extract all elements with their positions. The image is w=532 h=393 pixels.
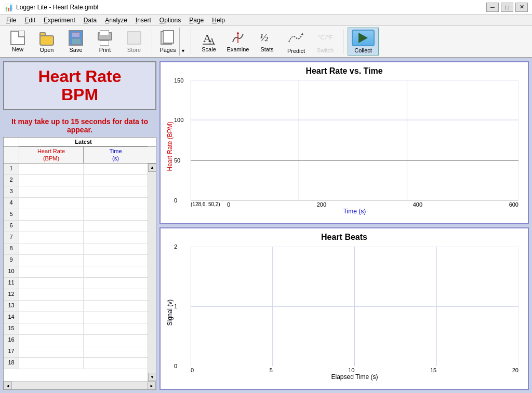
table-row: 8 — [4, 243, 148, 255]
pages-icon — [159, 30, 176, 46]
heart-rate-line1: Heart Rate — [38, 67, 121, 86]
table-row: 5 — [4, 209, 148, 221]
pages-button[interactable]: Pages — [156, 28, 179, 56]
toolbar-separator-2 — [191, 29, 191, 54]
menu-data[interactable]: Data — [79, 16, 101, 25]
heart-rate-title: Heart Rate BPM — [9, 67, 150, 104]
menu-analyze[interactable]: Analyze — [101, 16, 131, 25]
table-row: 7 — [4, 232, 148, 243]
chart1-bottom: (128,6, 50,2) 0 200 400 600 — [191, 201, 518, 208]
chart2-y-axis-label: Signal (v) — [165, 244, 175, 381]
app-icon: 📊 — [4, 3, 13, 11]
menu-experiment[interactable]: Experiment — [39, 16, 79, 25]
table-col-time-header: Time(s) — [84, 147, 148, 162]
chart1-x-axis-title: Time (s) — [191, 208, 518, 215]
store-icon — [126, 30, 142, 46]
toolbar-separator-3 — [343, 29, 343, 54]
scrollbar-up-button[interactable]: ▲ — [148, 164, 156, 172]
table-horizontal-scrollbar[interactable]: ◄ ► — [4, 381, 156, 389]
table-row: 1 — [4, 164, 148, 175]
window-title: Logger Lite - Heart Rate.gmbl — [16, 4, 486, 11]
data-table: Latest Heart Rate(BPM) Time(s) 1 2 3 4 5 — [3, 137, 156, 390]
scale-label: Scale — [202, 46, 216, 52]
collect-icon — [352, 30, 375, 46]
examine-button[interactable]: Examine — [224, 28, 251, 56]
table-row: 12 — [4, 289, 148, 301]
open-label: Open — [40, 47, 54, 53]
chart2-area: Signal (v) 2 1 0 — [165, 244, 524, 381]
open-icon — [38, 30, 55, 46]
table-row: 16 — [4, 335, 148, 346]
chart1-title: Heart Rate vs. Time — [165, 66, 524, 76]
table-row: 13 — [4, 301, 148, 312]
switch-button[interactable]: °C /°F Switch — [312, 28, 339, 56]
chart1-x-label: Time (s) — [343, 208, 366, 215]
table-row: 11 — [4, 278, 148, 289]
menu-insert[interactable]: Insert — [131, 16, 155, 25]
new-button[interactable]: New — [4, 28, 31, 56]
chart1-svg — [191, 80, 518, 200]
minimize-button[interactable]: ─ — [486, 3, 499, 12]
chart2-inner: 2 1 0 — [175, 244, 524, 381]
table-row: 3 — [4, 186, 148, 198]
save-button[interactable]: Save — [62, 28, 89, 56]
chart1-container: Heart Rate vs. Time Heart Rate (BPM) 150… — [159, 61, 529, 224]
scrollbar-track — [148, 172, 156, 373]
chart1-coord: (128,6, 50,2) — [191, 201, 227, 207]
new-label: New — [12, 46, 23, 52]
menu-edit[interactable]: Edit — [20, 16, 39, 25]
chart1-plot: 150 100 50 0 — [191, 80, 518, 200]
examine-icon — [231, 31, 245, 45]
svg-marker-4 — [237, 32, 239, 34]
scale-icon: A A — [202, 31, 216, 45]
menu-help[interactable]: Help — [208, 16, 229, 25]
menu-file[interactable]: File — [2, 16, 20, 25]
print-button[interactable]: Print — [91, 28, 118, 56]
stats-button[interactable]: ½ Stats — [254, 28, 281, 56]
chart2-container: Heart Beats Signal (v) 2 1 0 — [159, 227, 529, 390]
chevron-down-icon: ▼ — [181, 48, 185, 53]
stats-icon: ½ — [259, 31, 275, 45]
chart1-x-labels: 0 200 400 600 — [227, 201, 518, 208]
table-row: 17 — [4, 346, 148, 358]
chart2-x-label: Elapsed Time (s) — [331, 373, 378, 381]
scrollbar-down-button[interactable]: ▼ — [148, 373, 156, 381]
menu-page[interactable]: Page — [185, 16, 208, 25]
table-row: 4 — [4, 198, 148, 209]
scrollbar-right-button[interactable]: ► — [148, 382, 156, 390]
chart1-y-axis-label: Heart Rate (BPM) — [165, 78, 175, 215]
save-icon — [69, 30, 83, 46]
right-panel: Heart Rate vs. Time Heart Rate (BPM) 150… — [159, 61, 529, 390]
restore-button[interactable]: □ — [501, 3, 513, 12]
predict-icon — [288, 30, 304, 47]
table-vertical-scrollbar[interactable]: ▲ ▼ — [148, 164, 156, 381]
predict-button[interactable]: Predict — [283, 28, 310, 56]
table-col-heart-header: Heart Rate(BPM) — [19, 147, 84, 162]
open-button[interactable]: Open — [33, 28, 60, 56]
menu-bar: File Edit Experiment Data Analyze Insert… — [0, 15, 532, 26]
table-row: 6 — [4, 221, 148, 232]
collect-button[interactable]: Collect — [348, 28, 379, 56]
menu-options[interactable]: Options — [155, 16, 185, 25]
table-row: 18 — [4, 358, 148, 369]
svg-text:½: ½ — [260, 31, 269, 44]
svg-text:/°F: /°F — [325, 34, 332, 40]
store-label: Store — [127, 47, 141, 53]
toolbar-separator-1 — [152, 29, 152, 54]
toolbar: New Open Save Print Store — [0, 26, 532, 58]
chart1-inner: 150 100 50 0 — [175, 78, 524, 215]
left-panel: Heart Rate BPM It may take up to 15 seco… — [3, 61, 156, 390]
print-icon — [97, 30, 113, 46]
table-row: 9 — [4, 255, 148, 266]
stats-label: Stats — [260, 46, 273, 52]
pages-dropdown-button[interactable]: ▼ — [179, 28, 187, 56]
print-label: Print — [99, 47, 111, 53]
chart2-plot: 2 1 0 — [191, 247, 518, 367]
close-button[interactable]: ✕ — [515, 3, 528, 12]
chart1-area: Heart Rate (BPM) 150 100 50 0 — [165, 78, 524, 215]
table-latest-header: Latest — [19, 138, 148, 146]
scale-button[interactable]: A A Scale — [195, 28, 222, 56]
predict-label: Predict — [287, 48, 305, 54]
store-button[interactable]: Store — [121, 28, 148, 56]
scrollbar-left-button[interactable]: ◄ — [4, 382, 12, 390]
